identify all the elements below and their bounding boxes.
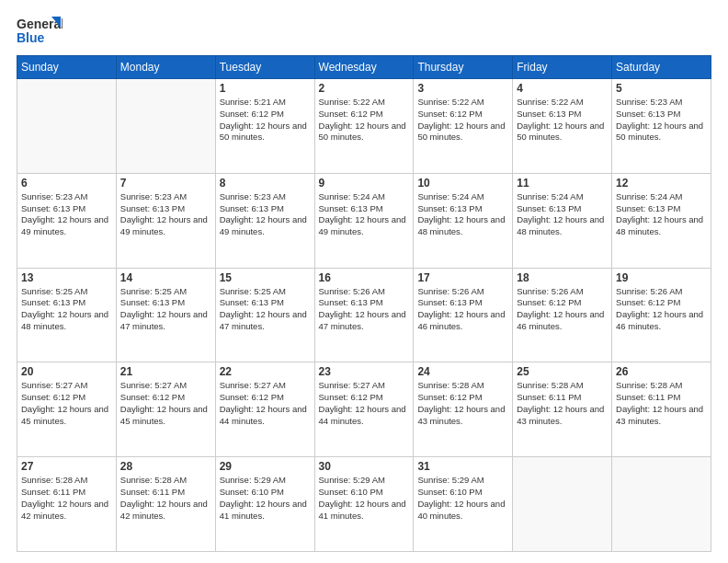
- calendar-cell: 4Sunrise: 5:22 AM Sunset: 6:13 PM Daylig…: [513, 79, 612, 174]
- calendar-cell: 16Sunrise: 5:26 AM Sunset: 6:13 PM Dayli…: [314, 268, 414, 362]
- day-info: Sunrise: 5:26 AM Sunset: 6:12 PM Dayligh…: [616, 286, 707, 333]
- day-info: Sunrise: 5:24 AM Sunset: 6:13 PM Dayligh…: [417, 191, 508, 238]
- day-number: 27: [21, 460, 112, 473]
- calendar-cell: 2Sunrise: 5:22 AM Sunset: 6:12 PM Daylig…: [314, 79, 414, 174]
- calendar-cell: 9Sunrise: 5:24 AM Sunset: 6:13 PM Daylig…: [314, 173, 414, 268]
- day-number: 25: [517, 365, 608, 378]
- calendar-cell: 11Sunrise: 5:24 AM Sunset: 6:13 PM Dayli…: [513, 173, 612, 268]
- day-number: 23: [319, 365, 410, 378]
- calendar-cell: 3Sunrise: 5:22 AM Sunset: 6:12 PM Daylig…: [414, 79, 513, 174]
- day-info: Sunrise: 5:29 AM Sunset: 6:10 PM Dayligh…: [417, 475, 508, 522]
- day-number: 9: [319, 177, 410, 190]
- calendar-cell: 22Sunrise: 5:27 AM Sunset: 6:12 PM Dayli…: [215, 362, 314, 457]
- weekday-sunday: Sunday: [17, 56, 117, 79]
- day-number: 13: [21, 271, 112, 284]
- calendar-cell: 7Sunrise: 5:23 AM Sunset: 6:13 PM Daylig…: [116, 173, 215, 268]
- day-info: Sunrise: 5:22 AM Sunset: 6:13 PM Dayligh…: [517, 97, 608, 144]
- calendar-cell: 1Sunrise: 5:21 AM Sunset: 6:12 PM Daylig…: [215, 79, 314, 174]
- day-number: 7: [120, 177, 211, 190]
- calendar-cell: 31Sunrise: 5:29 AM Sunset: 6:10 PM Dayli…: [414, 457, 513, 552]
- calendar-cell: 14Sunrise: 5:25 AM Sunset: 6:13 PM Dayli…: [116, 268, 215, 362]
- weekday-monday: Monday: [116, 56, 215, 79]
- calendar-cell: 12Sunrise: 5:24 AM Sunset: 6:13 PM Dayli…: [612, 173, 711, 268]
- day-number: 30: [319, 460, 410, 473]
- day-info: Sunrise: 5:27 AM Sunset: 6:12 PM Dayligh…: [21, 380, 112, 427]
- day-info: Sunrise: 5:27 AM Sunset: 6:12 PM Dayligh…: [319, 380, 410, 427]
- day-number: 18: [517, 271, 608, 284]
- calendar-cell: [17, 79, 117, 174]
- day-info: Sunrise: 5:28 AM Sunset: 6:11 PM Dayligh…: [517, 380, 608, 427]
- week-row-2: 13Sunrise: 5:25 AM Sunset: 6:13 PM Dayli…: [17, 268, 711, 362]
- calendar-cell: 28Sunrise: 5:28 AM Sunset: 6:11 PM Dayli…: [116, 457, 215, 552]
- calendar-cell: 13Sunrise: 5:25 AM Sunset: 6:13 PM Dayli…: [17, 268, 117, 362]
- day-number: 31: [417, 460, 508, 473]
- day-info: Sunrise: 5:28 AM Sunset: 6:11 PM Dayligh…: [120, 475, 211, 522]
- calendar-table: SundayMondayTuesdayWednesdayThursdayFrid…: [17, 55, 711, 552]
- calendar-cell: 17Sunrise: 5:26 AM Sunset: 6:13 PM Dayli…: [414, 268, 513, 362]
- day-info: Sunrise: 5:23 AM Sunset: 6:13 PM Dayligh…: [21, 191, 112, 238]
- calendar-cell: 6Sunrise: 5:23 AM Sunset: 6:13 PM Daylig…: [17, 173, 117, 268]
- day-info: Sunrise: 5:23 AM Sunset: 6:13 PM Dayligh…: [616, 97, 707, 144]
- calendar-cell: 18Sunrise: 5:26 AM Sunset: 6:12 PM Dayli…: [513, 268, 612, 362]
- day-info: Sunrise: 5:28 AM Sunset: 6:12 PM Dayligh…: [417, 380, 508, 427]
- day-number: 5: [616, 82, 707, 95]
- day-info: Sunrise: 5:25 AM Sunset: 6:13 PM Dayligh…: [120, 286, 211, 333]
- day-number: 3: [417, 82, 508, 95]
- day-number: 22: [220, 365, 311, 378]
- logo: GeneralBlue: [17, 15, 63, 48]
- day-info: Sunrise: 5:26 AM Sunset: 6:13 PM Dayligh…: [417, 286, 508, 333]
- day-number: 19: [616, 271, 707, 284]
- weekday-saturday: Saturday: [612, 56, 711, 79]
- day-number: 1: [220, 82, 311, 95]
- day-info: Sunrise: 5:21 AM Sunset: 6:12 PM Dayligh…: [220, 97, 311, 144]
- day-number: 17: [417, 271, 508, 284]
- calendar-cell: 25Sunrise: 5:28 AM Sunset: 6:11 PM Dayli…: [513, 362, 612, 457]
- day-number: 14: [120, 271, 211, 284]
- day-number: 20: [21, 365, 112, 378]
- calendar-cell: 15Sunrise: 5:25 AM Sunset: 6:13 PM Dayli…: [215, 268, 314, 362]
- day-info: Sunrise: 5:23 AM Sunset: 6:13 PM Dayligh…: [220, 191, 311, 238]
- day-info: Sunrise: 5:24 AM Sunset: 6:13 PM Dayligh…: [319, 191, 410, 238]
- weekday-header-row: SundayMondayTuesdayWednesdayThursdayFrid…: [17, 56, 711, 79]
- weekday-tuesday: Tuesday: [215, 56, 314, 79]
- day-info: Sunrise: 5:28 AM Sunset: 6:11 PM Dayligh…: [21, 475, 112, 522]
- day-info: Sunrise: 5:26 AM Sunset: 6:13 PM Dayligh…: [319, 286, 410, 333]
- calendar-cell: 5Sunrise: 5:23 AM Sunset: 6:13 PM Daylig…: [612, 79, 711, 174]
- day-number: 29: [220, 460, 311, 473]
- day-number: 28: [120, 460, 211, 473]
- calendar-cell: 20Sunrise: 5:27 AM Sunset: 6:12 PM Dayli…: [17, 362, 117, 457]
- calendar-cell: 10Sunrise: 5:24 AM Sunset: 6:13 PM Dayli…: [414, 173, 513, 268]
- day-info: Sunrise: 5:29 AM Sunset: 6:10 PM Dayligh…: [220, 475, 311, 522]
- day-info: Sunrise: 5:24 AM Sunset: 6:13 PM Dayligh…: [616, 191, 707, 238]
- week-row-0: 1Sunrise: 5:21 AM Sunset: 6:12 PM Daylig…: [17, 79, 711, 174]
- day-number: 2: [319, 82, 410, 95]
- day-number: 4: [517, 82, 608, 95]
- week-row-4: 27Sunrise: 5:28 AM Sunset: 6:11 PM Dayli…: [17, 457, 711, 552]
- day-info: Sunrise: 5:25 AM Sunset: 6:13 PM Dayligh…: [21, 286, 112, 333]
- calendar-cell: 26Sunrise: 5:28 AM Sunset: 6:11 PM Dayli…: [612, 362, 711, 457]
- weekday-wednesday: Wednesday: [314, 56, 414, 79]
- weekday-thursday: Thursday: [414, 56, 513, 79]
- logo-icon: GeneralBlue: [17, 15, 63, 48]
- day-info: Sunrise: 5:29 AM Sunset: 6:10 PM Dayligh…: [319, 475, 410, 522]
- day-info: Sunrise: 5:25 AM Sunset: 6:13 PM Dayligh…: [220, 286, 311, 333]
- calendar-cell: 8Sunrise: 5:23 AM Sunset: 6:13 PM Daylig…: [215, 173, 314, 268]
- header: GeneralBlue: [17, 15, 711, 48]
- day-info: Sunrise: 5:24 AM Sunset: 6:13 PM Dayligh…: [517, 191, 608, 238]
- weekday-friday: Friday: [513, 56, 612, 79]
- day-info: Sunrise: 5:27 AM Sunset: 6:12 PM Dayligh…: [220, 380, 311, 427]
- day-number: 16: [319, 271, 410, 284]
- day-number: 8: [220, 177, 311, 190]
- day-number: 26: [616, 365, 707, 378]
- calendar-cell: 27Sunrise: 5:28 AM Sunset: 6:11 PM Dayli…: [17, 457, 117, 552]
- day-number: 11: [517, 177, 608, 190]
- day-number: 10: [417, 177, 508, 190]
- day-number: 24: [417, 365, 508, 378]
- svg-text:Blue: Blue: [17, 30, 45, 45]
- day-info: Sunrise: 5:22 AM Sunset: 6:12 PM Dayligh…: [417, 97, 508, 144]
- day-number: 21: [120, 365, 211, 378]
- day-number: 6: [21, 177, 112, 190]
- calendar-cell: [116, 79, 215, 174]
- day-info: Sunrise: 5:28 AM Sunset: 6:11 PM Dayligh…: [616, 380, 707, 427]
- calendar-cell: [513, 457, 612, 552]
